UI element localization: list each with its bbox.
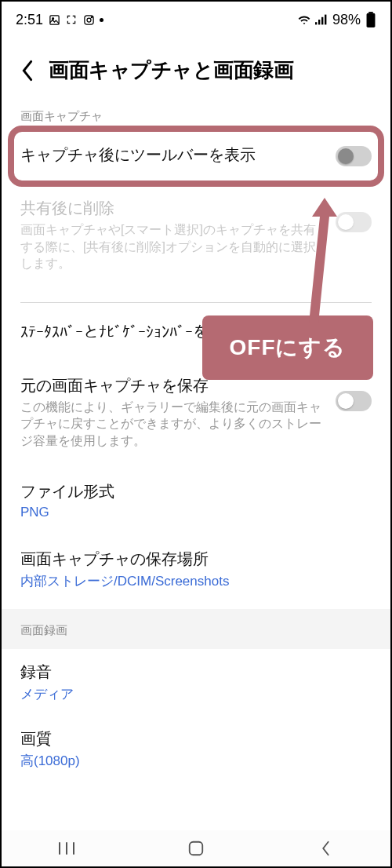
svg-rect-7 [321,17,323,25]
row-save-location[interactable]: 画面キャプチャの保存場所 内部ストレージ/DCIM/Screenshots [2,534,390,604]
row-value: 内部ストレージ/DCIM/Screenshots [20,572,372,590]
section-title-capture: 画面キャプチャ [2,104,390,132]
status-time: 2:51 [16,12,43,28]
row-title: 画質 [20,728,372,749]
svg-rect-9 [368,12,372,13]
row-title: 録音 [20,662,372,682]
svg-rect-6 [318,20,320,24]
svg-marker-11 [309,198,337,323]
nav-recents-button[interactable] [43,837,90,860]
row-file-format[interactable]: ファイル形式 PNG [2,464,390,534]
svg-point-4 [91,16,92,17]
svg-rect-0 [49,15,58,24]
battery-icon [365,12,376,27]
toggle-toolbar[interactable] [336,146,372,166]
nav-back-button[interactable] [302,837,349,860]
row-title: 共有後に削除 [20,198,326,218]
svg-rect-8 [325,15,326,25]
annotation-arrow-icon [290,198,337,323]
row-value: メディア [20,685,372,703]
system-navbar [2,830,390,866]
toggle-save-original[interactable] [336,391,372,411]
svg-point-1 [52,17,53,19]
row-audio[interactable]: 録音 メディア [2,649,390,717]
row-subtitle: 画面キャプチャや[スマート選択]のキャプチャを共有する際に、[共有後に削除]オプ… [20,221,326,272]
back-button[interactable] [17,60,38,81]
row-toolbar-after-capture[interactable]: キャプチャ後にツールバーを表示 [2,132,390,181]
svg-point-3 [87,18,91,22]
toggle-delete-after-share[interactable] [336,212,372,232]
page-header: 画面キャプチャと画面録画 [2,35,390,104]
more-indicator-icon [100,18,103,22]
fullscreen-icon [65,13,78,26]
row-subtitle: この機能により、ギャラリーで編集後に元の画面キャプチャに戻すことができますが、よ… [20,399,326,450]
svg-rect-10 [367,13,376,27]
row-title: キャプチャ後にツールバーを表示 [20,144,326,165]
row-title: 画面キャプチャの保存場所 [20,549,372,569]
annotation-text: OFFにする [202,315,373,380]
signal-icon [315,13,328,26]
row-value: 高(1080p) [20,752,372,770]
svg-rect-15 [190,842,203,855]
svg-rect-5 [315,22,317,24]
nav-home-button[interactable] [172,837,220,860]
statusbar: 2:51 98% [2,2,390,35]
wifi-icon [298,13,310,26]
annotation-callout: OFFにする [202,315,373,380]
image-icon [48,13,60,26]
row-title: ファイル形式 [20,481,372,501]
battery-percent: 98% [332,12,361,28]
page-title: 画面キャプチャと画面録画 [49,57,293,84]
section-title-recording: 画面録画 [2,609,390,649]
row-value: PNG [20,505,372,520]
instagram-icon [82,13,95,26]
row-quality[interactable]: 画質 高(1080p) [2,717,390,776]
